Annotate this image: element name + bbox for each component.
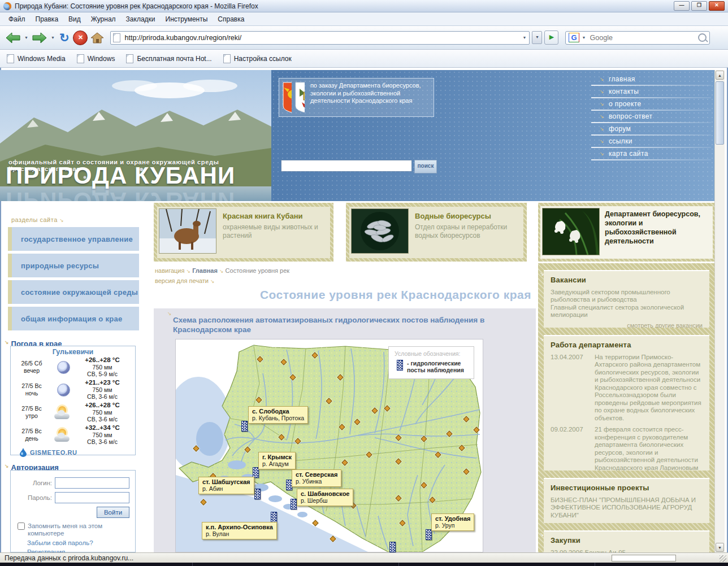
menu-label: главная xyxy=(609,75,635,83)
reload-button[interactable]: ↻ xyxy=(58,31,71,45)
forward-dropdown-icon[interactable]: ▼ xyxy=(50,36,55,40)
forgot-password-link[interactable]: Забыли свой пароль? xyxy=(11,539,129,546)
home-button[interactable] xyxy=(90,31,105,45)
feature-title[interactable]: Водные биоресурсы xyxy=(415,212,522,220)
menu-item-links[interactable]: ↘ссылки xyxy=(591,136,711,147)
site-search-button[interactable]: поиск xyxy=(414,160,437,173)
bookmark-label: Бесплатная почта Hot... xyxy=(137,55,211,63)
menu-item-about[interactable]: ↘о проекте xyxy=(591,98,711,110)
search-engine-dropdown-icon[interactable]: ▼ xyxy=(582,36,587,40)
bookmark-item[interactable]: Бесплатная почта Hot... xyxy=(126,54,211,63)
web-search-input[interactable] xyxy=(589,33,696,42)
weather-date: 27/5 Вс xyxy=(11,382,53,390)
bookmark-item[interactable]: Windows xyxy=(77,54,115,63)
close-button[interactable]: ✕ xyxy=(709,1,725,11)
minimize-button[interactable]: — xyxy=(674,1,690,11)
firefox-icon xyxy=(3,2,11,10)
station-river: р. Кубань, Протока xyxy=(252,415,304,421)
station-name: ст. Шабшугская xyxy=(202,478,250,485)
menu-label: карта сайта xyxy=(609,150,648,158)
bookmark-item[interactable]: Настройка ссылок xyxy=(223,54,292,63)
fish-photo xyxy=(351,208,409,254)
site-search-input[interactable] xyxy=(281,160,412,172)
more-projects-link[interactable]: смотреть другие проекты xyxy=(551,522,703,523)
menu-item-contacts[interactable]: ↘контакты xyxy=(591,86,711,97)
news-text[interactable]: На территории Примоско-Ахтарского района… xyxy=(595,354,703,423)
sidebar-item-natural-resources[interactable]: природные ресурсы xyxy=(8,254,139,277)
go-button[interactable]: ▶ xyxy=(544,31,558,45)
station-label: ст. Удобная р. Уруп xyxy=(431,513,474,531)
weather-pressure: 750 мм xyxy=(74,409,131,416)
weather-city[interactable]: Гулькевичи xyxy=(11,346,135,356)
menu-view[interactable]: Вид xyxy=(63,14,86,25)
remember-me-checkbox[interactable] xyxy=(18,523,25,530)
menu-label: вопрос-ответ xyxy=(609,112,652,120)
menu-file[interactable]: Файл xyxy=(3,14,31,25)
bookmarks-toolbar: Windows Media Windows Бесплатная почта H… xyxy=(0,50,728,68)
more-vacancies-link[interactable]: смотреть другие вакансии xyxy=(551,322,703,328)
scroll-up-button[interactable]: ▲ xyxy=(716,71,724,80)
feature-title[interactable]: Красная книга Кубани xyxy=(223,212,328,220)
url-history-dropdown-icon[interactable]: ▼ xyxy=(522,36,527,40)
back-button[interactable] xyxy=(5,31,21,45)
bookmark-label: Windows Media xyxy=(18,55,66,63)
station-river: р. Убинка xyxy=(296,478,337,485)
vacancy-item[interactable]: Заведующий сектором промышленного рыболо… xyxy=(551,289,703,304)
hydro-posts-map[interactable]: Условные обозначения: - гидрологические … xyxy=(175,339,483,552)
scroll-down-button[interactable]: ▼ xyxy=(716,543,724,552)
resize-grip[interactable] xyxy=(720,555,726,562)
moon-icon xyxy=(57,361,70,374)
menu-bookmarks[interactable]: Закладки xyxy=(121,14,161,25)
menu-item-home[interactable]: ↘главная xyxy=(591,73,711,85)
feature-desc: охраняемые виды животных и растений xyxy=(223,223,328,240)
print-version-link[interactable]: версия для печати xyxy=(155,277,209,284)
navigation-toolbar: ▼ ▼ ↻ ✕ ▼ ▼ ▶ G ▼ xyxy=(0,26,728,50)
back-dropdown-icon[interactable]: ▼ xyxy=(24,36,29,40)
login-field[interactable] xyxy=(55,477,129,489)
menu-edit[interactable]: Правка xyxy=(31,14,64,25)
title-bar[interactable]: Природа Кубани: Состояние уровня рек Кра… xyxy=(0,0,728,12)
bookmark-icon xyxy=(7,54,14,63)
forward-button[interactable] xyxy=(31,31,48,45)
sidebar-item-government[interactable]: государственное управление xyxy=(8,227,139,251)
sun-cloud-icon xyxy=(54,406,72,419)
gismeteo-link[interactable]: GISMETEO.RU xyxy=(11,446,135,457)
menu-help[interactable]: Справка xyxy=(213,14,249,25)
restore-button[interactable]: ❐ xyxy=(691,1,707,11)
news-date: 13.04.2007 xyxy=(551,354,593,423)
menu-item-forum[interactable]: ↘форум xyxy=(591,123,711,134)
page-scrollbar[interactable]: ▲ ▼ xyxy=(714,70,725,552)
search-magnifier-icon[interactable] xyxy=(698,33,707,42)
arrow-se-icon: ↘ xyxy=(59,217,64,223)
investment-item[interactable]: БИЗНЕС-ПЛАН "ПРОМЫШЛЕННАЯ ДОБЫЧА И ЭФФЕК… xyxy=(551,497,703,520)
arrow-se-icon: ↘ xyxy=(219,268,224,274)
menu-history[interactable]: Журнал xyxy=(86,14,121,25)
sidebar-item-region-info[interactable]: общая информация о крае xyxy=(8,307,139,330)
investments-box: Инвестиционные проекты БИЗНЕС-ПЛАН "ПРОМ… xyxy=(544,478,709,523)
weather-daypart: вечер xyxy=(11,367,53,375)
login-button[interactable]: Войти xyxy=(97,507,129,518)
scrollbar-thumb[interactable] xyxy=(716,81,724,145)
loading-progress-bar xyxy=(612,555,676,561)
news-text[interactable]: 21 февраля состоится пресс-конференция с… xyxy=(595,426,703,471)
url-input[interactable] xyxy=(123,33,519,42)
bookmark-item[interactable]: Windows Media xyxy=(7,54,66,63)
feature-card-red-book[interactable]: Красная книга Кубани охраняемые виды жив… xyxy=(154,202,333,262)
menu-item-sitemap[interactable]: ↘карта сайта xyxy=(591,148,711,159)
stop-button[interactable]: ✕ xyxy=(73,31,88,45)
menu-item-qa[interactable]: ↘вопрос-ответ xyxy=(591,111,711,122)
arrow-se-icon: ↘ xyxy=(210,278,215,284)
breadcrumb-home-link[interactable]: Главная xyxy=(192,267,218,274)
menu-bar: Файл Правка Вид Журнал Закладки Инструме… xyxy=(0,12,728,26)
vacancy-item[interactable]: Главный специалист сектора экологической… xyxy=(551,304,703,319)
arrow-se-icon: ↘ xyxy=(600,138,604,144)
sidebar-item-environment-state[interactable]: состояние окружающей среды xyxy=(8,280,139,304)
menu-tools[interactable]: Инструменты xyxy=(161,14,213,25)
russia-coat-of-arms-icon xyxy=(283,82,292,114)
site-top-menu: ↘главная ↘контакты ↘о проекте ↘вопрос-от… xyxy=(591,73,711,160)
purchases-title: Закупки xyxy=(551,537,703,545)
password-field[interactable] xyxy=(55,492,129,503)
url-dropdown-button[interactable]: ▼ xyxy=(532,31,542,44)
feature-card-water-bioresources[interactable]: Водные биоресурсы Отдел охраны и перераб… xyxy=(346,202,527,262)
arrow-se-icon: ↘ xyxy=(600,76,604,82)
